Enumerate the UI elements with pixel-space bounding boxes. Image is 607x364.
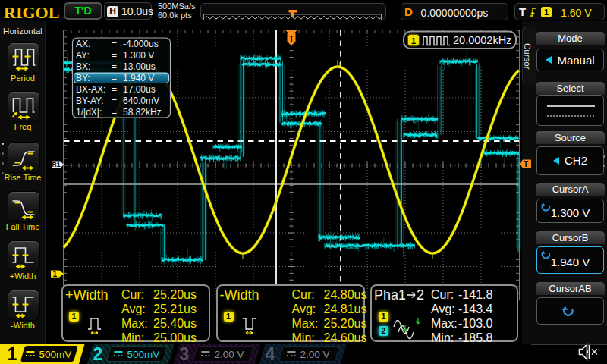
svg-text:AX:: AX: xyxy=(76,39,90,49)
svg-text:=: = xyxy=(112,84,117,95)
svg-text:BY:: BY: xyxy=(76,73,90,83)
svg-text:BY-AY:: BY-AY: xyxy=(76,96,104,106)
svg-text:=: = xyxy=(112,107,117,118)
svg-text:1.300 V: 1.300 V xyxy=(123,50,154,61)
svg-text:BX-AX:: BX-AX: xyxy=(76,84,105,95)
svg-text:1: 1 xyxy=(411,36,417,46)
svg-text:BX:: BX: xyxy=(76,61,90,72)
svg-text:1/|dX|:: 1/|dX|: xyxy=(76,107,102,118)
svg-text:1: 1 xyxy=(53,270,58,278)
svg-text:1.940 V: 1.940 V xyxy=(123,73,154,83)
svg-text:17.00us: 17.00us xyxy=(123,84,156,95)
svg-text:13.00us: 13.00us xyxy=(123,61,156,72)
svg-text:T: T xyxy=(289,35,294,43)
svg-text:=: = xyxy=(112,96,117,106)
svg-text:=: = xyxy=(112,73,117,83)
svg-text:AY:: AY: xyxy=(76,50,90,61)
svg-text:=: = xyxy=(112,61,117,72)
svg-text:640.0mV: 640.0mV xyxy=(123,96,159,106)
svg-text:-4.000us: -4.000us xyxy=(123,39,159,49)
svg-text:20.0002kHz: 20.0002kHz xyxy=(453,34,511,46)
svg-text:=: = xyxy=(112,50,117,61)
svg-text:58.82kHz: 58.82kHz xyxy=(123,107,162,118)
svg-text:T: T xyxy=(524,160,528,168)
svg-text:R1: R1 xyxy=(52,161,61,168)
svg-text:=: = xyxy=(112,39,117,49)
